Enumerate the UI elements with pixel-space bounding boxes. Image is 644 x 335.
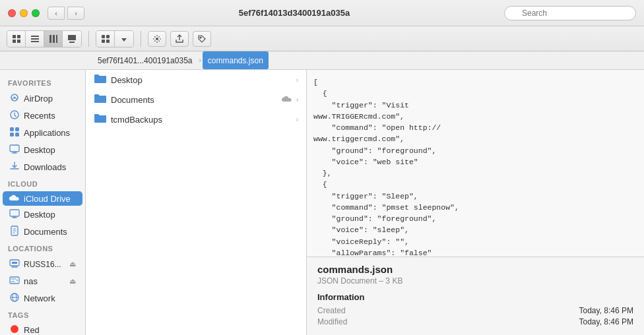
file-item-tcmdbackups[interactable]: tcmdBackups › (86, 109, 306, 129)
sidebar-item-applications[interactable]: Applications (3, 125, 82, 141)
file-item-documents[interactable]: Documents › (86, 90, 306, 109)
search-input[interactable] (504, 6, 636, 20)
recents-icon (9, 109, 20, 122)
traffic-lights (8, 9, 40, 17)
breadcrumb: 5ef76f1401...400191a035a › commands.json (0, 51, 644, 70)
view-gallery-btn[interactable] (63, 31, 81, 47)
sidebar-section-tags: Tags (0, 307, 85, 322)
svg-rect-2 (13, 40, 16, 43)
close-button[interactable] (8, 9, 16, 17)
svg-rect-1 (17, 35, 20, 38)
svg-rect-4 (31, 36, 39, 37)
sidebar-item-label-nas: nas (24, 276, 38, 286)
russ16-icon (9, 258, 20, 270)
red-tag-icon (9, 324, 20, 335)
titlebar: ‹ › 5ef76f14013d3400191a035a 🔍 (0, 0, 644, 26)
svg-rect-13 (106, 35, 110, 38)
window-title: 5ef76f14013d3400191a035a (239, 8, 350, 18)
sidebar-item-red[interactable]: Red (3, 322, 82, 335)
group-btn-group (96, 30, 134, 47)
svg-rect-12 (102, 35, 105, 38)
forward-button[interactable]: › (67, 7, 84, 20)
icloud-drive-icon (9, 193, 20, 204)
svg-rect-26 (10, 145, 19, 152)
back-button[interactable]: ‹ (48, 7, 65, 20)
svg-rect-8 (53, 35, 55, 43)
sidebar-item-network[interactable]: Network (3, 290, 82, 307)
sidebar-item-recents[interactable]: Recents (3, 107, 82, 124)
info-row-modified: Modified Today, 8:46 PM (317, 317, 633, 326)
file-item-desktop[interactable]: Desktop › (86, 70, 306, 90)
view-icon-btn[interactable] (7, 31, 26, 47)
tag-btn[interactable] (193, 31, 211, 47)
title-area: 5ef76f14013d3400191a035a (84, 8, 504, 18)
sidebar-item-icloud-desktop[interactable]: Desktop (3, 206, 82, 223)
group-btn[interactable] (96, 31, 115, 47)
file-list: Desktop › Documents › tcmdBackups › (86, 70, 307, 335)
sidebar-item-russ16[interactable]: RUSS16... ⏏ (3, 256, 82, 272)
svg-point-18 (200, 37, 201, 38)
folder-icon-desktop (94, 73, 107, 86)
sidebar-item-nas[interactable]: nas ⏏ (3, 273, 82, 289)
svg-rect-15 (106, 40, 110, 43)
sidebar-item-icloud-drive[interactable]: iCloud Drive (3, 191, 82, 206)
file-arrow-documents: › (296, 96, 298, 104)
preview-info-section: Information (317, 292, 633, 302)
share-btn[interactable] (170, 31, 189, 47)
sidebar-item-icloud-documents[interactable]: Documents (3, 224, 82, 240)
icloud-desktop-icon (9, 208, 20, 221)
sidebar-item-desktop[interactable]: Desktop (3, 142, 82, 158)
preview-panel: [ { "trigger": "Visit www.TRIGGERcmd.com… (307, 70, 644, 335)
svg-rect-7 (49, 35, 51, 43)
folder-icon-tcmdbackups (94, 113, 107, 126)
svg-rect-3 (17, 40, 20, 43)
svg-rect-0 (13, 35, 16, 38)
sidebar-item-label-icloud-documents: Documents (24, 227, 67, 237)
info-row-created: Created Today, 8:46 PM (317, 306, 633, 315)
maximize-button[interactable] (32, 9, 40, 17)
sidebar-item-downloads[interactable]: Downloads (3, 159, 82, 175)
svg-rect-5 (31, 38, 39, 40)
view-columns-btn[interactable] (44, 31, 63, 47)
svg-rect-25 (15, 133, 19, 137)
toolbar2 (0, 26, 644, 51)
svg-rect-24 (10, 133, 14, 137)
minimize-button[interactable] (20, 9, 28, 17)
sort-btn[interactable] (115, 31, 133, 47)
svg-rect-22 (10, 127, 14, 131)
downloads-icon (9, 161, 20, 173)
eject-nas-icon[interactable]: ⏏ (69, 277, 76, 286)
svg-rect-14 (102, 40, 105, 43)
svg-marker-16 (121, 38, 127, 42)
toolbar-separator-2 (141, 31, 141, 47)
svg-rect-23 (15, 127, 19, 131)
sidebar-item-label-red: Red (24, 325, 40, 335)
sidebar-item-label-airdrop: AirDrop (24, 94, 53, 104)
modified-label: Modified (317, 317, 347, 326)
main-area: Favorites AirDrop Recents Applications D… (0, 70, 644, 335)
search-wrapper: 🔍 (504, 6, 636, 20)
sidebar-section-icloud: iCloud (0, 176, 85, 191)
preview-filename: commands.json (317, 264, 633, 275)
view-btn-group (7, 30, 82, 47)
breadcrumb-item-2[interactable]: commands.json (203, 51, 269, 69)
toolbar-right: 🔍 (504, 6, 636, 20)
eject-russ16-icon[interactable]: ⏏ (69, 260, 76, 268)
view-list-btn[interactable] (26, 31, 44, 47)
breadcrumb-arrow: › (199, 57, 201, 64)
settings-btn[interactable] (148, 31, 166, 47)
svg-point-32 (16, 280, 18, 281)
file-arrow-desktop: › (296, 76, 298, 84)
svg-rect-9 (56, 35, 57, 43)
svg-rect-10 (68, 35, 76, 40)
sidebar-item-label-desktop: Desktop (24, 145, 55, 155)
nav-buttons: ‹ › (48, 7, 84, 20)
icloud-badge-documents (282, 95, 292, 104)
sidebar-item-airdrop[interactable]: AirDrop (3, 90, 82, 107)
modified-value: Today, 8:46 PM (579, 317, 634, 326)
sidebar-item-label-icloud-drive: iCloud Drive (24, 194, 71, 204)
svg-rect-11 (69, 42, 75, 43)
sidebar-item-label-recents: Recents (24, 111, 55, 121)
sidebar: Favorites AirDrop Recents Applications D… (0, 70, 86, 335)
breadcrumb-item-1[interactable]: 5ef76f1401...400191a035a (92, 51, 197, 69)
